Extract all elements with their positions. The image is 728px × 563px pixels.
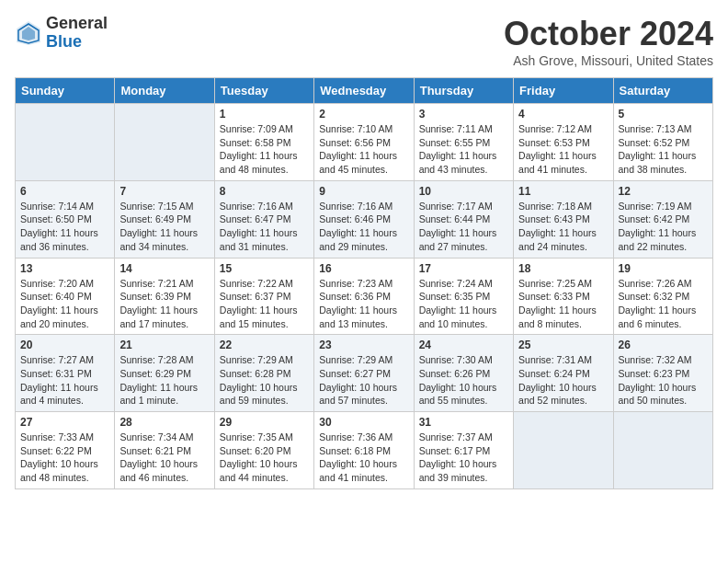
day-number: 6 xyxy=(20,185,109,198)
day-info: Sunrise: 7:31 AM Sunset: 6:24 PM Dayligh… xyxy=(518,353,608,408)
day-info: Sunrise: 7:16 AM Sunset: 6:46 PM Dayligh… xyxy=(319,200,408,254)
calendar-cell: 25Sunrise: 7:31 AM Sunset: 6:24 PM Dayli… xyxy=(514,335,613,412)
day-info: Sunrise: 7:10 AM Sunset: 6:56 PM Dayligh… xyxy=(319,122,408,177)
day-number: 21 xyxy=(119,339,209,351)
calendar-cell: 26Sunrise: 7:32 AM Sunset: 6:23 PM Dayli… xyxy=(613,335,712,412)
location: Ash Grove, Missouri, United States xyxy=(504,53,713,68)
month-title: October 2024 xyxy=(504,15,713,53)
logo-text: General Blue xyxy=(46,15,108,52)
day-number: 19 xyxy=(619,262,708,275)
weekday-header: Sunday xyxy=(16,78,115,104)
calendar-cell xyxy=(16,104,115,181)
weekday-header: Wednesday xyxy=(314,78,414,104)
logo-icon xyxy=(15,19,42,47)
day-number: 7 xyxy=(119,185,209,198)
day-info: Sunrise: 7:21 AM Sunset: 6:39 PM Dayligh… xyxy=(119,277,209,331)
calendar-cell: 29Sunrise: 7:35 AM Sunset: 6:20 PM Dayli… xyxy=(214,412,313,489)
day-number: 20 xyxy=(20,339,109,351)
weekday-header: Tuesday xyxy=(214,78,313,104)
calendar-cell: 11Sunrise: 7:18 AM Sunset: 6:43 PM Dayli… xyxy=(514,180,613,258)
day-info: Sunrise: 7:15 AM Sunset: 6:49 PM Dayligh… xyxy=(119,200,209,254)
day-number: 14 xyxy=(119,262,209,275)
day-number: 13 xyxy=(20,262,109,275)
calendar-cell: 21Sunrise: 7:28 AM Sunset: 6:29 PM Dayli… xyxy=(115,335,214,412)
calendar-cell: 19Sunrise: 7:26 AM Sunset: 6:32 PM Dayli… xyxy=(613,258,712,335)
day-number: 2 xyxy=(319,108,408,121)
day-info: Sunrise: 7:25 AM Sunset: 6:33 PM Dayligh… xyxy=(518,277,608,331)
calendar-cell: 30Sunrise: 7:36 AM Sunset: 6:18 PM Dayli… xyxy=(314,412,414,489)
day-number: 10 xyxy=(419,185,508,198)
calendar-week-row: 20Sunrise: 7:27 AM Sunset: 6:31 PM Dayli… xyxy=(16,335,713,412)
page-header: General Blue October 2024 Ash Grove, Mis… xyxy=(15,15,713,68)
day-info: Sunrise: 7:33 AM Sunset: 6:22 PM Dayligh… xyxy=(20,431,109,485)
calendar-cell: 6Sunrise: 7:14 AM Sunset: 6:50 PM Daylig… xyxy=(16,180,115,258)
calendar-cell xyxy=(613,412,712,489)
day-info: Sunrise: 7:22 AM Sunset: 6:37 PM Dayligh… xyxy=(220,277,309,331)
calendar-week-row: 13Sunrise: 7:20 AM Sunset: 6:40 PM Dayli… xyxy=(16,258,713,335)
calendar-cell: 10Sunrise: 7:17 AM Sunset: 6:44 PM Dayli… xyxy=(414,180,513,258)
day-info: Sunrise: 7:20 AM Sunset: 6:40 PM Dayligh… xyxy=(20,277,109,331)
day-info: Sunrise: 7:34 AM Sunset: 6:21 PM Dayligh… xyxy=(119,431,209,485)
day-info: Sunrise: 7:09 AM Sunset: 6:58 PM Dayligh… xyxy=(220,122,309,177)
weekday-header: Saturday xyxy=(613,78,712,104)
day-number: 24 xyxy=(419,339,508,351)
day-number: 18 xyxy=(518,262,608,275)
day-number: 8 xyxy=(220,185,309,198)
day-info: Sunrise: 7:29 AM Sunset: 6:28 PM Dayligh… xyxy=(220,353,309,408)
day-info: Sunrise: 7:35 AM Sunset: 6:20 PM Dayligh… xyxy=(220,431,309,485)
day-info: Sunrise: 7:32 AM Sunset: 6:23 PM Dayligh… xyxy=(619,353,708,408)
calendar-cell: 22Sunrise: 7:29 AM Sunset: 6:28 PM Dayli… xyxy=(214,335,313,412)
day-number: 16 xyxy=(319,262,408,275)
day-info: Sunrise: 7:12 AM Sunset: 6:53 PM Dayligh… xyxy=(518,122,608,177)
day-info: Sunrise: 7:18 AM Sunset: 6:43 PM Dayligh… xyxy=(518,200,608,254)
logo-blue: Blue xyxy=(46,33,108,52)
day-number: 27 xyxy=(20,416,109,429)
day-number: 3 xyxy=(419,108,508,121)
day-number: 17 xyxy=(419,262,508,275)
calendar-cell: 2Sunrise: 7:10 AM Sunset: 6:56 PM Daylig… xyxy=(314,104,414,181)
calendar-week-row: 1Sunrise: 7:09 AM Sunset: 6:58 PM Daylig… xyxy=(16,104,713,181)
day-number: 23 xyxy=(319,339,408,351)
day-info: Sunrise: 7:14 AM Sunset: 6:50 PM Dayligh… xyxy=(20,200,109,254)
calendar-week-row: 27Sunrise: 7:33 AM Sunset: 6:22 PM Dayli… xyxy=(16,412,713,489)
weekday-header: Friday xyxy=(514,78,613,104)
calendar-cell: 18Sunrise: 7:25 AM Sunset: 6:33 PM Dayli… xyxy=(514,258,613,335)
day-number: 31 xyxy=(419,416,508,429)
calendar-cell: 24Sunrise: 7:30 AM Sunset: 6:26 PM Dayli… xyxy=(414,335,513,412)
day-info: Sunrise: 7:16 AM Sunset: 6:47 PM Dayligh… xyxy=(220,200,309,254)
day-info: Sunrise: 7:29 AM Sunset: 6:27 PM Dayligh… xyxy=(319,353,408,408)
title-block: October 2024 Ash Grove, Missouri, United… xyxy=(504,15,713,68)
calendar-cell: 12Sunrise: 7:19 AM Sunset: 6:42 PM Dayli… xyxy=(613,180,712,258)
calendar-cell: 9Sunrise: 7:16 AM Sunset: 6:46 PM Daylig… xyxy=(314,180,414,258)
calendar-cell: 13Sunrise: 7:20 AM Sunset: 6:40 PM Dayli… xyxy=(16,258,115,335)
day-info: Sunrise: 7:26 AM Sunset: 6:32 PM Dayligh… xyxy=(619,277,708,331)
day-info: Sunrise: 7:37 AM Sunset: 6:17 PM Dayligh… xyxy=(419,431,508,485)
day-number: 9 xyxy=(319,185,408,198)
day-number: 5 xyxy=(619,108,708,121)
day-number: 4 xyxy=(518,108,608,121)
calendar-cell: 14Sunrise: 7:21 AM Sunset: 6:39 PM Dayli… xyxy=(115,258,214,335)
calendar-cell xyxy=(115,104,214,181)
calendar-cell: 16Sunrise: 7:23 AM Sunset: 6:36 PM Dayli… xyxy=(314,258,414,335)
calendar-week-row: 6Sunrise: 7:14 AM Sunset: 6:50 PM Daylig… xyxy=(16,180,713,258)
day-number: 30 xyxy=(319,416,408,429)
day-number: 29 xyxy=(220,416,309,429)
day-info: Sunrise: 7:23 AM Sunset: 6:36 PM Dayligh… xyxy=(319,277,408,331)
day-number: 22 xyxy=(220,339,309,351)
calendar-cell: 28Sunrise: 7:34 AM Sunset: 6:21 PM Dayli… xyxy=(115,412,214,489)
day-number: 25 xyxy=(518,339,608,351)
logo: General Blue xyxy=(15,15,108,52)
day-number: 15 xyxy=(220,262,309,275)
calendar-cell: 15Sunrise: 7:22 AM Sunset: 6:37 PM Dayli… xyxy=(214,258,313,335)
weekday-header: Monday xyxy=(115,78,214,104)
day-number: 12 xyxy=(619,185,708,198)
calendar-cell: 1Sunrise: 7:09 AM Sunset: 6:58 PM Daylig… xyxy=(214,104,313,181)
calendar-cell: 20Sunrise: 7:27 AM Sunset: 6:31 PM Dayli… xyxy=(16,335,115,412)
day-info: Sunrise: 7:28 AM Sunset: 6:29 PM Dayligh… xyxy=(119,353,209,408)
day-info: Sunrise: 7:24 AM Sunset: 6:35 PM Dayligh… xyxy=(419,277,508,331)
calendar-cell: 4Sunrise: 7:12 AM Sunset: 6:53 PM Daylig… xyxy=(514,104,613,181)
day-info: Sunrise: 7:17 AM Sunset: 6:44 PM Dayligh… xyxy=(419,200,508,254)
day-number: 1 xyxy=(220,108,309,121)
weekday-header: Thursday xyxy=(414,78,513,104)
calendar-header-row: SundayMondayTuesdayWednesdayThursdayFrid… xyxy=(16,78,713,104)
